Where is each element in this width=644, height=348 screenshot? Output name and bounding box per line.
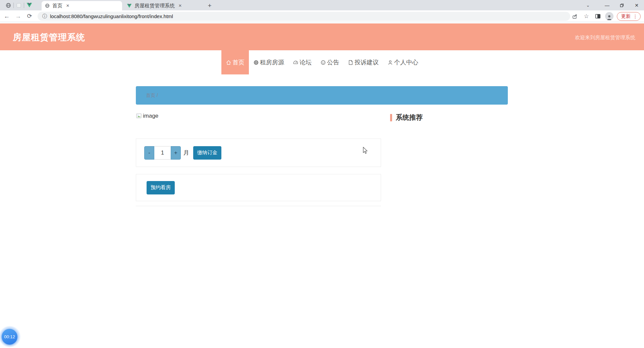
recording-timer-bubble[interactable]: 00:12 (0, 326, 21, 348)
site-info-icon[interactable]: ⓘ (42, 13, 47, 19)
restore-button[interactable] (614, 0, 629, 10)
book-viewing-button[interactable]: 预约看房 (147, 181, 175, 194)
new-tab-button[interactable]: + (205, 2, 214, 10)
side-panel-icon[interactable] (594, 12, 602, 20)
nav-item-announcements[interactable]: 公告 (316, 50, 343, 74)
site-header: 房屋租赁管理系统 欢迎来到房屋租赁管理系统 (0, 23, 644, 50)
gauge-icon (293, 60, 299, 65)
nav-label: 首页 (232, 58, 245, 66)
blank-page-icon (16, 3, 21, 8)
pinned-tab-globe[interactable] (3, 0, 13, 10)
browser-addressbar: ← → ⟳ ⓘ localhost:8080/fangwuzulinguanli… (0, 10, 644, 22)
globe-favicon-icon (45, 3, 50, 8)
nav-label: 公告 (327, 58, 339, 66)
pinned-tab-vue[interactable] (24, 0, 34, 10)
nav-label: 个人中心 (394, 58, 418, 66)
back-icon[interactable]: ← (2, 11, 11, 21)
reload-icon[interactable]: ⟳ (25, 11, 34, 21)
close-tab-icon[interactable]: ✕ (65, 3, 70, 8)
browser-tab-home[interactable]: 首页 ✕ (42, 1, 122, 10)
increase-button[interactable]: + (171, 146, 181, 160)
banner-breadcrumb: 首页 / (146, 93, 158, 99)
url-bar[interactable]: ⓘ localhost:8080/fangwuzulinguanlixitong… (38, 12, 570, 21)
restore-icon (620, 3, 624, 7)
pay-deposit-button[interactable]: 缴纳订金 (193, 146, 221, 160)
decrease-button[interactable]: - (144, 146, 154, 160)
nav-item-listings[interactable]: 租房房源 (249, 50, 288, 74)
url-text[interactable]: localhost:8080/fangwuzulinguanlixitong/f… (50, 13, 173, 19)
nav-label: 论坛 (300, 58, 312, 66)
mouse-cursor (363, 147, 368, 156)
screen: 首页 ✕ 房屋租赁管理系统 ✕ + ⌄ — ✕ ← → ⟳ ⓘ localhos… (0, 0, 644, 348)
pinned-tabs (3, 0, 34, 10)
recommendations-title: 系统推荐 (396, 113, 423, 122)
main-nav: 首页 租房房源 论坛 公告 投诉建议 个人中心 (0, 50, 644, 74)
site-title: 房屋租赁管理系统 (13, 32, 85, 43)
minimize-button[interactable]: — (600, 0, 614, 10)
month-unit-label: 月 (183, 149, 189, 157)
globe-favicon-icon (6, 3, 11, 8)
nav-item-profile[interactable]: 个人中心 (383, 50, 423, 74)
vue-logo-icon (127, 4, 132, 8)
section-divider (136, 206, 381, 206)
nav-label: 租房房源 (260, 58, 284, 66)
tab-title: 房屋租赁管理系统 (135, 3, 175, 9)
broken-image: image (136, 113, 158, 119)
month-count-input[interactable] (154, 146, 171, 160)
pinned-tab-blank[interactable] (14, 0, 24, 10)
nav-item-forum[interactable]: 论坛 (288, 50, 316, 74)
home-icon (226, 60, 231, 65)
welcome-text: 欢迎来到房屋租赁管理系统 (575, 35, 635, 41)
globe-icon (253, 60, 259, 65)
announcement-icon (320, 60, 326, 65)
profile-avatar[interactable] (605, 12, 613, 20)
broken-image-alt-text: image (143, 113, 158, 119)
browser-tab-system[interactable]: 房屋租赁管理系统 ✕ (123, 1, 203, 10)
bookmark-star-icon[interactable]: ☆ (582, 12, 590, 20)
forward-icon[interactable]: → (13, 11, 23, 21)
recommendations-header: 系统推荐 (390, 113, 423, 122)
addressbar-actions: ☆ 更新 ⋮ (571, 10, 641, 22)
carousel-banner[interactable]: 首页 / (136, 86, 508, 105)
booking-card: 预约看房 (136, 174, 381, 201)
tab-title: 首页 (52, 3, 62, 9)
window-controls: — ✕ (600, 0, 644, 10)
accent-bar (390, 114, 392, 121)
document-icon (348, 60, 354, 65)
close-tab-icon[interactable]: ✕ (177, 3, 183, 8)
month-stepper: - + (144, 146, 181, 160)
vue-logo-icon (26, 3, 32, 8)
deposit-card: - + 月 缴纳订金 (136, 138, 381, 167)
nav-label: 投诉建议 (355, 58, 379, 66)
share-icon[interactable] (571, 12, 579, 20)
close-window-button[interactable]: ✕ (629, 0, 644, 10)
nav-item-complaints[interactable]: 投诉建议 (343, 50, 383, 74)
tab-search-chevron-icon[interactable]: ⌄ (582, 0, 594, 10)
recorder-time: 00:12 (2, 329, 17, 345)
nav-item-home[interactable]: 首页 (221, 50, 249, 74)
broken-image-icon (136, 113, 142, 119)
chrome-update-button[interactable]: 更新 ⋮ (617, 12, 641, 21)
user-icon (387, 60, 393, 65)
browser-tabstrip: 首页 ✕ 房屋租赁管理系统 ✕ + ⌄ — ✕ (0, 0, 644, 10)
update-label: 更新 (621, 13, 631, 19)
more-menu-icon[interactable]: ⋮ (633, 14, 638, 19)
